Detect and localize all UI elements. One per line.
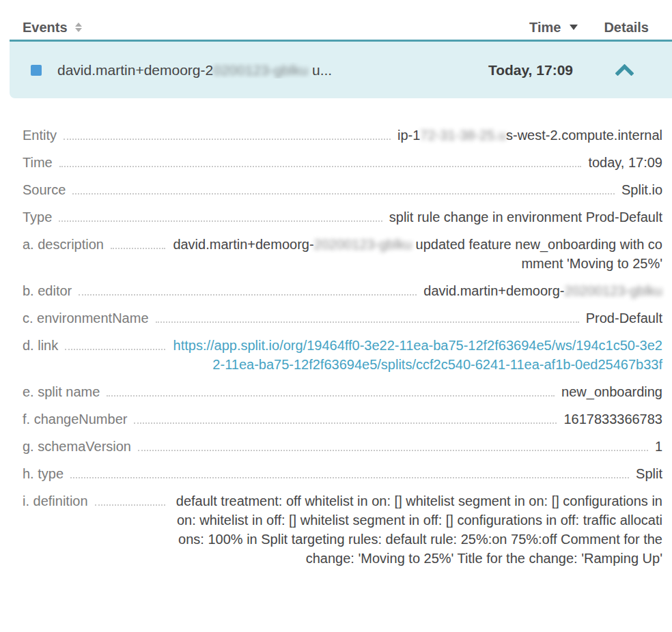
- detail-value: Prod-Default: [586, 308, 662, 328]
- event-title-redacted: 0200123-gblku: [213, 62, 308, 78]
- detail-row: e. split namenew_onboarding: [23, 382, 662, 401]
- leader-dots: [156, 308, 579, 323]
- detail-label: f. changeNumber: [23, 410, 127, 429]
- event-time: Today, 17:09: [488, 62, 573, 78]
- detail-row: Entityip-172-31-38-25.us-west-2.compute.…: [23, 126, 662, 145]
- detail-row: Typesplit rule change in environment Pro…: [23, 207, 662, 227]
- leader-dots: [70, 464, 629, 478]
- detail-row: d. linkhttps://app.split.io/org/19464ff0…: [23, 336, 662, 374]
- detail-label: Source: [23, 180, 66, 199]
- detail-label: b. editor: [23, 281, 72, 300]
- event-title: david.martin+demoorg-20200123-gblku u...: [57, 62, 488, 78]
- detail-label: a. description: [23, 235, 104, 254]
- detail-label: g. schemaVersion: [23, 437, 131, 456]
- table-header-right: Time Details: [529, 20, 649, 35]
- collapse-chevron-up-icon[interactable]: [615, 64, 634, 76]
- detail-value-link[interactable]: https://app.split.io/org/19464ff0-3e22-1…: [172, 336, 662, 374]
- detail-row: i. definitiondefault treatment: off whit…: [23, 491, 662, 568]
- sort-descending-icon: [570, 25, 578, 30]
- leader-dots: [95, 491, 165, 506]
- leader-dots: [72, 180, 615, 195]
- detail-row: h. typeSplit: [23, 464, 662, 483]
- detail-value: today, 17:09: [588, 153, 662, 172]
- detail-value: david.martin+demoorg-20200123-gblku upda…: [172, 235, 662, 273]
- detail-row: b. editordavid.martin+demoorg-20200123-g…: [23, 281, 662, 300]
- table-header: Events Time Details: [0, 0, 672, 40]
- detail-label: h. type: [23, 464, 64, 483]
- event-severity-icon: [31, 65, 42, 76]
- detail-row: f. changeNumber1617833366783: [23, 410, 662, 429]
- detail-row: g. schemaVersion1: [23, 437, 662, 456]
- detail-value: david.martin+demoorg-20200123-gblku: [423, 281, 662, 300]
- leader-dots: [107, 382, 555, 397]
- detail-label: i. definition: [23, 491, 88, 511]
- detail-value: default treatment: off whitelist in on: …: [172, 491, 662, 568]
- detail-row: SourceSplit.io: [23, 180, 662, 199]
- events-column-header[interactable]: Events: [23, 20, 82, 35]
- detail-value: ip-172-31-38-25.us-west-2.compute.intern…: [397, 126, 662, 145]
- leader-dots: [64, 126, 391, 140]
- leader-dots: [59, 207, 382, 222]
- leader-dots: [138, 437, 648, 451]
- detail-value: 1617833366783: [563, 410, 662, 429]
- time-column-header[interactable]: Time: [529, 20, 578, 35]
- leader-dots: [111, 235, 165, 249]
- detail-label: Entity: [23, 126, 57, 145]
- event-title-prefix: david.martin+demoorg-2: [57, 62, 213, 78]
- redacted-text: 20200123-gblku: [314, 237, 412, 252]
- detail-label: e. split name: [23, 382, 100, 401]
- detail-value: 1: [655, 437, 662, 456]
- leader-dots: [59, 153, 582, 167]
- detail-row: c. environmentNameProd-Default: [23, 308, 662, 328]
- detail-row: a. descriptiondavid.martin+demoorg-20200…: [23, 235, 662, 273]
- redacted-text: 20200123-gblku: [565, 283, 662, 298]
- details-column-header: Details: [604, 20, 649, 35]
- detail-label: c. environmentName: [23, 308, 149, 328]
- leader-dots: [65, 336, 165, 350]
- detail-value: Split: [636, 464, 662, 483]
- event-title-suffix: u...: [308, 62, 332, 78]
- event-row[interactable]: david.martin+demoorg-20200123-gblku u...…: [10, 40, 672, 98]
- leader-dots: [134, 410, 557, 424]
- leader-dots: [79, 281, 417, 296]
- detail-label: Type: [23, 207, 52, 227]
- detail-value: Split.io: [621, 180, 662, 199]
- sort-asc-icon: [75, 23, 82, 27]
- time-column-label: Time: [529, 20, 561, 35]
- sort-both-icon[interactable]: [75, 23, 82, 32]
- events-panel: Events Time Details david.martin+demoorg…: [0, 0, 672, 632]
- sort-desc-icon: [75, 28, 82, 32]
- detail-row: Timetoday, 17:09: [23, 153, 662, 172]
- detail-label: d. link: [23, 336, 58, 355]
- event-details: Entityip-172-31-38-25.us-west-2.compute.…: [0, 98, 672, 568]
- redacted-text: 72-31-38-25.u: [420, 128, 506, 143]
- detail-value: split rule change in environment Prod-De…: [389, 207, 662, 227]
- detail-label: Time: [23, 153, 53, 172]
- detail-value: new_onboarding: [561, 382, 662, 401]
- events-column-label: Events: [23, 20, 68, 35]
